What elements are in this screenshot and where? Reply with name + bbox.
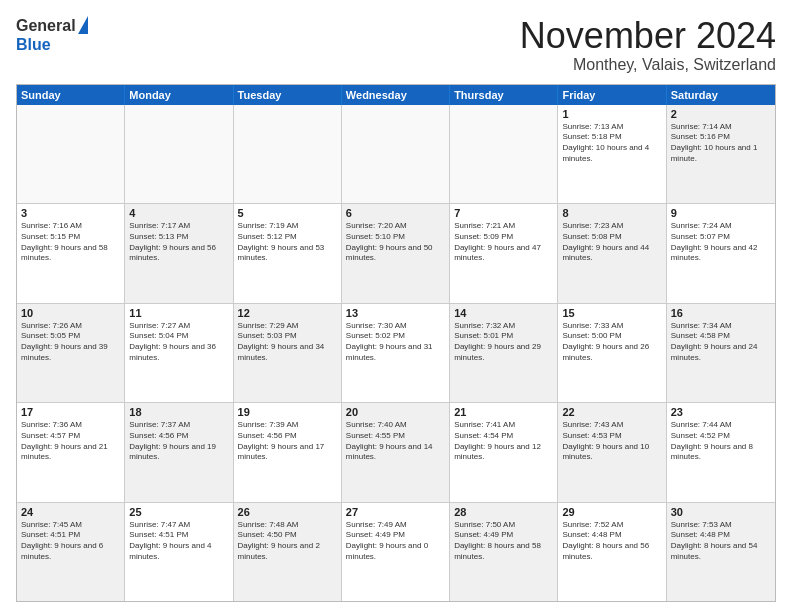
day-number: 13 bbox=[346, 307, 445, 319]
calendar-cell: 25Sunrise: 7:47 AM Sunset: 4:51 PM Dayli… bbox=[125, 503, 233, 601]
cell-info: Sunrise: 7:26 AM Sunset: 5:05 PM Dayligh… bbox=[21, 321, 120, 364]
cell-info: Sunrise: 7:50 AM Sunset: 4:49 PM Dayligh… bbox=[454, 520, 553, 563]
cell-info: Sunrise: 7:20 AM Sunset: 5:10 PM Dayligh… bbox=[346, 221, 445, 264]
cell-info: Sunrise: 7:37 AM Sunset: 4:56 PM Dayligh… bbox=[129, 420, 228, 463]
calendar-row-2: 10Sunrise: 7:26 AM Sunset: 5:05 PM Dayli… bbox=[17, 304, 775, 403]
day-number: 9 bbox=[671, 207, 771, 219]
calendar-cell: 20Sunrise: 7:40 AM Sunset: 4:55 PM Dayli… bbox=[342, 403, 450, 501]
calendar-cell: 30Sunrise: 7:53 AM Sunset: 4:48 PM Dayli… bbox=[667, 503, 775, 601]
calendar-cell: 1Sunrise: 7:13 AM Sunset: 5:18 PM Daylig… bbox=[558, 105, 666, 203]
calendar-cell: 26Sunrise: 7:48 AM Sunset: 4:50 PM Dayli… bbox=[234, 503, 342, 601]
calendar-cell: 9Sunrise: 7:24 AM Sunset: 5:07 PM Daylig… bbox=[667, 204, 775, 302]
cell-info: Sunrise: 7:41 AM Sunset: 4:54 PM Dayligh… bbox=[454, 420, 553, 463]
calendar-cell: 18Sunrise: 7:37 AM Sunset: 4:56 PM Dayli… bbox=[125, 403, 233, 501]
calendar-cell: 5Sunrise: 7:19 AM Sunset: 5:12 PM Daylig… bbox=[234, 204, 342, 302]
day-number: 4 bbox=[129, 207, 228, 219]
cell-info: Sunrise: 7:13 AM Sunset: 5:18 PM Dayligh… bbox=[562, 122, 661, 165]
calendar-cell: 6Sunrise: 7:20 AM Sunset: 5:10 PM Daylig… bbox=[342, 204, 450, 302]
calendar-cell bbox=[17, 105, 125, 203]
calendar-cell: 28Sunrise: 7:50 AM Sunset: 4:49 PM Dayli… bbox=[450, 503, 558, 601]
day-number: 7 bbox=[454, 207, 553, 219]
cell-info: Sunrise: 7:21 AM Sunset: 5:09 PM Dayligh… bbox=[454, 221, 553, 264]
cell-info: Sunrise: 7:33 AM Sunset: 5:00 PM Dayligh… bbox=[562, 321, 661, 364]
cell-info: Sunrise: 7:44 AM Sunset: 4:52 PM Dayligh… bbox=[671, 420, 771, 463]
day-number: 11 bbox=[129, 307, 228, 319]
day-number: 27 bbox=[346, 506, 445, 518]
header-day-sunday: Sunday bbox=[17, 85, 125, 105]
calendar-cell bbox=[450, 105, 558, 203]
cell-info: Sunrise: 7:47 AM Sunset: 4:51 PM Dayligh… bbox=[129, 520, 228, 563]
day-number: 23 bbox=[671, 406, 771, 418]
day-number: 6 bbox=[346, 207, 445, 219]
calendar-header: SundayMondayTuesdayWednesdayThursdayFrid… bbox=[17, 85, 775, 105]
calendar-cell: 21Sunrise: 7:41 AM Sunset: 4:54 PM Dayli… bbox=[450, 403, 558, 501]
calendar-cell: 27Sunrise: 7:49 AM Sunset: 4:49 PM Dayli… bbox=[342, 503, 450, 601]
day-number: 16 bbox=[671, 307, 771, 319]
calendar-cell: 10Sunrise: 7:26 AM Sunset: 5:05 PM Dayli… bbox=[17, 304, 125, 402]
day-number: 8 bbox=[562, 207, 661, 219]
calendar-cell: 24Sunrise: 7:45 AM Sunset: 4:51 PM Dayli… bbox=[17, 503, 125, 601]
header-day-monday: Monday bbox=[125, 85, 233, 105]
calendar-cell: 4Sunrise: 7:17 AM Sunset: 5:13 PM Daylig… bbox=[125, 204, 233, 302]
cell-info: Sunrise: 7:45 AM Sunset: 4:51 PM Dayligh… bbox=[21, 520, 120, 563]
header-day-wednesday: Wednesday bbox=[342, 85, 450, 105]
calendar-row-3: 17Sunrise: 7:36 AM Sunset: 4:57 PM Dayli… bbox=[17, 403, 775, 502]
day-number: 18 bbox=[129, 406, 228, 418]
day-number: 20 bbox=[346, 406, 445, 418]
logo-triangle-icon bbox=[78, 16, 88, 34]
calendar-cell bbox=[234, 105, 342, 203]
cell-info: Sunrise: 7:32 AM Sunset: 5:01 PM Dayligh… bbox=[454, 321, 553, 364]
cell-info: Sunrise: 7:43 AM Sunset: 4:53 PM Dayligh… bbox=[562, 420, 661, 463]
page: General Blue November 2024 Monthey, Vala… bbox=[0, 0, 792, 612]
day-number: 30 bbox=[671, 506, 771, 518]
logo-general-text: General bbox=[16, 17, 76, 35]
day-number: 1 bbox=[562, 108, 661, 120]
header-day-friday: Friday bbox=[558, 85, 666, 105]
cell-info: Sunrise: 7:52 AM Sunset: 4:48 PM Dayligh… bbox=[562, 520, 661, 563]
calendar-row-0: 1Sunrise: 7:13 AM Sunset: 5:18 PM Daylig… bbox=[17, 105, 775, 204]
calendar-cell: 8Sunrise: 7:23 AM Sunset: 5:08 PM Daylig… bbox=[558, 204, 666, 302]
day-number: 21 bbox=[454, 406, 553, 418]
calendar-cell: 13Sunrise: 7:30 AM Sunset: 5:02 PM Dayli… bbox=[342, 304, 450, 402]
day-number: 2 bbox=[671, 108, 771, 120]
header-day-thursday: Thursday bbox=[450, 85, 558, 105]
cell-info: Sunrise: 7:29 AM Sunset: 5:03 PM Dayligh… bbox=[238, 321, 337, 364]
cell-info: Sunrise: 7:16 AM Sunset: 5:15 PM Dayligh… bbox=[21, 221, 120, 264]
day-number: 14 bbox=[454, 307, 553, 319]
calendar-row-1: 3Sunrise: 7:16 AM Sunset: 5:15 PM Daylig… bbox=[17, 204, 775, 303]
cell-info: Sunrise: 7:23 AM Sunset: 5:08 PM Dayligh… bbox=[562, 221, 661, 264]
calendar: SundayMondayTuesdayWednesdayThursdayFrid… bbox=[16, 84, 776, 602]
calendar-cell: 7Sunrise: 7:21 AM Sunset: 5:09 PM Daylig… bbox=[450, 204, 558, 302]
cell-info: Sunrise: 7:53 AM Sunset: 4:48 PM Dayligh… bbox=[671, 520, 771, 563]
cell-info: Sunrise: 7:24 AM Sunset: 5:07 PM Dayligh… bbox=[671, 221, 771, 264]
cell-info: Sunrise: 7:48 AM Sunset: 4:50 PM Dayligh… bbox=[238, 520, 337, 563]
day-number: 28 bbox=[454, 506, 553, 518]
cell-info: Sunrise: 7:34 AM Sunset: 4:58 PM Dayligh… bbox=[671, 321, 771, 364]
calendar-cell bbox=[125, 105, 233, 203]
cell-info: Sunrise: 7:39 AM Sunset: 4:56 PM Dayligh… bbox=[238, 420, 337, 463]
calendar-cell: 22Sunrise: 7:43 AM Sunset: 4:53 PM Dayli… bbox=[558, 403, 666, 501]
calendar-cell: 19Sunrise: 7:39 AM Sunset: 4:56 PM Dayli… bbox=[234, 403, 342, 501]
calendar-cell: 29Sunrise: 7:52 AM Sunset: 4:48 PM Dayli… bbox=[558, 503, 666, 601]
day-number: 22 bbox=[562, 406, 661, 418]
calendar-cell: 16Sunrise: 7:34 AM Sunset: 4:58 PM Dayli… bbox=[667, 304, 775, 402]
day-number: 19 bbox=[238, 406, 337, 418]
day-number: 12 bbox=[238, 307, 337, 319]
day-number: 5 bbox=[238, 207, 337, 219]
calendar-cell: 3Sunrise: 7:16 AM Sunset: 5:15 PM Daylig… bbox=[17, 204, 125, 302]
cell-info: Sunrise: 7:36 AM Sunset: 4:57 PM Dayligh… bbox=[21, 420, 120, 463]
cell-info: Sunrise: 7:17 AM Sunset: 5:13 PM Dayligh… bbox=[129, 221, 228, 264]
day-number: 24 bbox=[21, 506, 120, 518]
day-number: 29 bbox=[562, 506, 661, 518]
cell-info: Sunrise: 7:40 AM Sunset: 4:55 PM Dayligh… bbox=[346, 420, 445, 463]
header: General Blue November 2024 Monthey, Vala… bbox=[16, 16, 776, 74]
day-number: 15 bbox=[562, 307, 661, 319]
day-number: 17 bbox=[21, 406, 120, 418]
day-number: 10 bbox=[21, 307, 120, 319]
logo-blue-text: Blue bbox=[16, 36, 51, 54]
calendar-cell: 2Sunrise: 7:14 AM Sunset: 5:16 PM Daylig… bbox=[667, 105, 775, 203]
day-number: 3 bbox=[21, 207, 120, 219]
calendar-cell: 15Sunrise: 7:33 AM Sunset: 5:00 PM Dayli… bbox=[558, 304, 666, 402]
logo: General Blue bbox=[16, 16, 88, 54]
title-section: November 2024 Monthey, Valais, Switzerla… bbox=[520, 16, 776, 74]
